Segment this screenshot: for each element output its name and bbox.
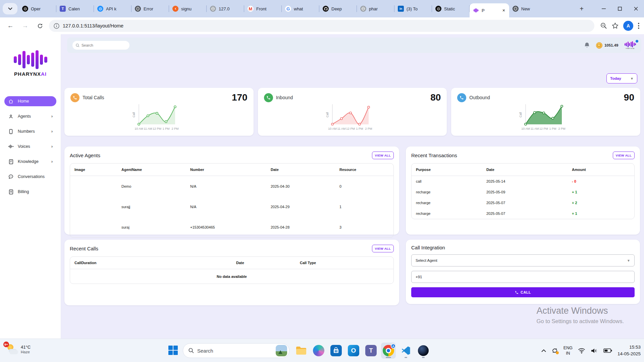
- tab-title: (3) To: [407, 6, 429, 11]
- back-button[interactable]: ←: [5, 20, 16, 32]
- minimize-button[interactable]: [596, 0, 612, 17]
- taskbar-app-folder[interactable]: [294, 343, 309, 359]
- tab-title: what: [294, 6, 316, 11]
- main-area: 1051.49 PHARYNXAI Today ▼ Total Calls170…: [61, 34, 644, 339]
- browser-tab[interactable]: API k: [94, 0, 131, 17]
- sidebar-item-numbers[interactable]: Numbers›: [4, 126, 56, 136]
- tab-close-icon[interactable]: ×: [502, 8, 506, 13]
- taskbar-app-outlook[interactable]: O: [346, 343, 361, 359]
- globe-icon: [360, 6, 366, 12]
- close-window-button[interactable]: [628, 0, 644, 17]
- battery-icon[interactable]: [603, 348, 612, 353]
- taskbar-app-sphere[interactable]: [416, 343, 431, 359]
- browser-profile-avatar[interactable]: A: [623, 21, 633, 31]
- sidebar-item-billing[interactable]: Billing: [4, 187, 56, 197]
- phone-number-input[interactable]: [411, 271, 635, 283]
- chevron-right-icon: ›: [51, 159, 53, 164]
- github-icon: [323, 6, 329, 12]
- table-header-row: CallDurationDateCall Type: [70, 257, 393, 269]
- sidebar-item-conversations[interactable]: Conversations: [4, 172, 56, 182]
- taskbar-clock[interactable]: 15:53 14-05-2025: [618, 344, 641, 357]
- tray-overflow-chevron[interactable]: [541, 349, 546, 352]
- bookmark-star-icon[interactable]: [612, 22, 619, 29]
- svg-text:Call: Call: [326, 112, 329, 118]
- maximize-button[interactable]: [612, 0, 628, 17]
- taskbar-weather-widget[interactable]: 9+ 41°C Haze: [5, 343, 31, 356]
- call-integration-panel: Call Integration Select Agent ▼ CALL: [406, 240, 640, 304]
- address-bar[interactable]: 127.0.0.1:5113/layout/Home: [49, 20, 594, 32]
- sidebar-item-label: Knowledge: [18, 159, 39, 164]
- volume-icon[interactable]: [591, 348, 598, 354]
- call-button[interactable]: CALL: [411, 287, 635, 297]
- new-tab-button[interactable]: +: [576, 0, 588, 17]
- wifi-icon[interactable]: [578, 348, 585, 354]
- select-agent-dropdown[interactable]: Select Agent ▼: [411, 254, 635, 266]
- teams-icon: T: [60, 6, 66, 12]
- browser-tab[interactable]: MFront: [244, 0, 282, 17]
- reload-button[interactable]: [34, 20, 46, 32]
- sidebar-item-knowledge[interactable]: Knowledge›: [4, 157, 56, 167]
- svg-text:2 PM: 2 PM: [365, 127, 372, 130]
- browser-tab[interactable]: Error: [131, 0, 169, 17]
- browser-tab[interactable]: in(3) To: [394, 0, 432, 17]
- weather-condition: Haze: [21, 350, 31, 354]
- browser-tab[interactable]: Deep: [319, 0, 357, 17]
- taskbar-app-chrome[interactable]: A: [381, 343, 396, 359]
- sidebar-item-agents[interactable]: Agents›: [4, 111, 56, 121]
- system-tray: ENG IN 15:53 14-05-2025: [541, 339, 641, 362]
- browser-tab-active[interactable]: P×: [470, 3, 509, 17]
- browser-tab[interactable]: signu: [169, 0, 207, 17]
- weather-haze-icon: 9+: [5, 343, 18, 356]
- account-logo-button[interactable]: PHARYNXAI: [625, 41, 636, 49]
- page-content: PHARYNXAI HomeAgents›Numbers›Voices›Know…: [0, 34, 644, 339]
- stat-card-value: 170: [232, 92, 248, 103]
- site-info-icon[interactable]: [54, 23, 59, 29]
- app-search-box[interactable]: [72, 41, 129, 50]
- browser-tab[interactable]: Static: [432, 0, 470, 17]
- date-range-select[interactable]: Today ▼: [606, 73, 637, 83]
- language-switcher[interactable]: ENG IN: [564, 345, 573, 356]
- tab-title: Error: [144, 6, 166, 11]
- browser-tab[interactable]: TCalen: [56, 0, 94, 17]
- billing-icon: [8, 189, 14, 194]
- svg-text:10 AM: 10 AM: [521, 127, 530, 130]
- browser-tab[interactable]: New: [509, 0, 547, 17]
- windows-taskbar: 9+ 41°C Haze Search OTA: [0, 339, 644, 362]
- wallet-balance[interactable]: 1051.49: [596, 42, 619, 49]
- browser-tab[interactable]: 127.0: [207, 0, 244, 17]
- recent-calls-view-all-button[interactable]: VIEW ALL: [372, 245, 394, 252]
- tab-search-chevron-button[interactable]: [3, 3, 17, 14]
- svg-text:10 AM: 10 AM: [135, 127, 143, 130]
- browser-menu-icon[interactable]: [638, 23, 639, 29]
- table-header-row: PurposeDateAmount: [412, 164, 634, 176]
- recent-transactions-view-all-button[interactable]: VIEW ALL: [613, 152, 635, 159]
- browser-tab[interactable]: phar: [357, 0, 394, 17]
- taskbar-app-store[interactable]: [329, 343, 343, 359]
- transaction-amount-cell: + 1: [568, 212, 634, 216]
- active-agents-view-all-button[interactable]: VIEW ALL: [372, 152, 394, 159]
- notifications-bell-icon[interactable]: [584, 42, 590, 49]
- taskbar-app-vscode[interactable]: [398, 343, 413, 359]
- zoom-indicator-icon[interactable]: [600, 22, 607, 29]
- app-search-input[interactable]: [82, 43, 122, 47]
- sidebar-item-voices[interactable]: Voices›: [4, 141, 56, 152]
- browser-tab[interactable]: Gwhat: [282, 0, 319, 17]
- svg-text:Call: Call: [132, 112, 136, 118]
- stat-card-outbound: Outbound90Call10 AM11 AM12 PM1 PM2 PM: [451, 88, 640, 136]
- column-header: AgentName: [117, 168, 186, 172]
- mini-waveform-icon: [625, 41, 636, 47]
- update-sync-icon[interactable]: [551, 347, 558, 354]
- sidebar-item-home[interactable]: Home: [4, 96, 56, 106]
- transaction-row: recharge2025-05-07+ 2: [412, 197, 634, 208]
- taskbar-app-teams[interactable]: T: [364, 343, 378, 359]
- forward-button[interactable]: →: [19, 20, 31, 32]
- browser-tab[interactable]: Oper: [19, 0, 56, 17]
- taskbar-app-copilot[interactable]: [311, 343, 326, 359]
- desktop: OperTCalenAPI kErrorsignu127.0MFrontGwha…: [0, 0, 644, 362]
- globe-dark-icon: [513, 6, 519, 12]
- column-header: Date: [266, 168, 335, 172]
- start-button[interactable]: [168, 346, 178, 356]
- taskbar-search-box[interactable]: Search: [183, 343, 289, 358]
- stat-card-title: Outbound: [469, 95, 490, 100]
- search-highlight-thumbnail[interactable]: [276, 345, 287, 356]
